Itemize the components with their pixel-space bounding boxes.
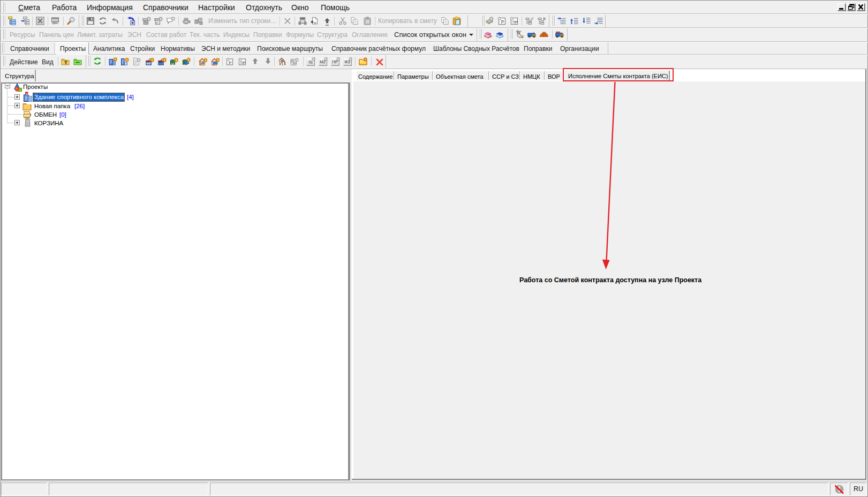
svg-text:ПР: ПР <box>240 61 246 65</box>
svg-text:ПР: ПР <box>512 20 518 24</box>
svg-text:PDF: PDF <box>52 18 59 22</box>
svg-text:P: P <box>501 19 504 25</box>
svg-text:10: 10 <box>292 62 296 65</box>
